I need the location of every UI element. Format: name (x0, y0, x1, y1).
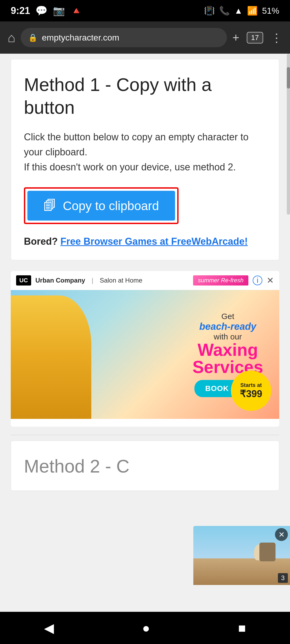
video-count-badge: 3 (278, 573, 288, 583)
nav-bar: ◀ ● ■ (0, 612, 290, 644)
ad-price-badge: Starts at ₹399 (231, 371, 271, 411)
scrollbar[interactable] (287, 54, 290, 215)
ad-get-text: Get (193, 312, 263, 321)
ad-price-text: ₹399 (240, 388, 262, 400)
copy-button-label: Copy to clipboard (63, 199, 159, 213)
ad-with-text: with our (193, 332, 263, 341)
ad-brand: Urban Company (35, 277, 85, 284)
video-bag (259, 543, 276, 561)
method2-title: Method 2 - C (24, 455, 266, 478)
ad-woman-image (11, 295, 91, 419)
ad-close-button[interactable]: ✕ (267, 275, 274, 286)
url-text: emptycharacter.com (42, 33, 119, 43)
video-close-icon: ✕ (278, 530, 285, 539)
ad-controls: summer Re-fresh i ✕ (193, 275, 274, 286)
status-left: 9:21 💬 📷 🔺 (11, 5, 82, 16)
time: 9:21 (11, 5, 30, 16)
scrollbar-thumb[interactable] (287, 67, 290, 89)
ad-starts-text: Starts at (240, 382, 262, 388)
instagram-icon: 📷 (53, 5, 65, 16)
bored-link-text: Free Browser Games at FreeWebArcade! (60, 236, 248, 247)
copy-to-clipboard-button[interactable]: 🗐 Copy to clipboard (27, 191, 175, 221)
address-bar[interactable]: 🔒 emptycharacter.com (21, 28, 227, 47)
ad-body[interactable]: Get beach-ready with our Waxing Services… (11, 290, 279, 419)
browser-home-icon[interactable]: ⌂ (8, 30, 15, 45)
method1-card: Method 1 - Copy with a button Click the … (11, 59, 279, 260)
uc-logo: UC (16, 275, 31, 286)
vibrate-icon: 📳 (204, 6, 215, 16)
status-right: 📳 📞 ▲ 📶 51% (204, 6, 279, 16)
add-tab-icon[interactable]: + (232, 31, 239, 44)
back-button[interactable]: ◀ (44, 620, 54, 635)
video-close-button[interactable]: ✕ (275, 528, 288, 541)
menu-icon[interactable]: ⋮ (271, 31, 282, 45)
ad-waxing-text: Waxing (193, 341, 263, 358)
recent-apps-button[interactable]: ■ (238, 621, 246, 635)
method1-title: Method 1 - Copy with a button (24, 73, 266, 119)
whatsapp-icon: 💬 (35, 5, 48, 16)
method2-title-text: Method 2 - C (24, 456, 129, 476)
wifi-icon: ▲ (234, 6, 243, 16)
advertisement: UC Urban Company | Salon at Home summer … (11, 271, 279, 427)
ad-info-icon[interactable]: i (253, 276, 262, 285)
home-button[interactable]: ● (142, 621, 150, 635)
copy-button-highlight: 🗐 Copy to clipboard (24, 187, 179, 224)
call-icon: 📞 (219, 6, 230, 16)
lock-icon: 🔒 (28, 33, 38, 42)
alert-icon: 🔺 (70, 5, 82, 16)
bored-prefix: Bored? (24, 236, 58, 247)
floating-video: ✕ 3 (193, 526, 290, 585)
clipboard-icon: 🗐 (44, 198, 56, 213)
ad-logo-area: UC Urban Company | Salon at Home (16, 275, 142, 286)
separator (11, 435, 279, 435)
page-content: Method 1 - Copy with a button Click the … (0, 54, 290, 496)
ad-refresh-badge: summer Re-fresh (193, 275, 248, 286)
ad-beach-text: beach-ready (193, 321, 263, 332)
signal-icon: 📶 (247, 6, 258, 16)
method1-description: Click the button below to copy an empty … (24, 130, 266, 174)
battery: 51% (262, 6, 279, 16)
status-bar: 9:21 💬 📷 🔺 📳 📞 ▲ 📶 51% (0, 0, 290, 21)
browser-actions: + 17 ⋮ (232, 31, 282, 45)
ad-service: Salon at Home (100, 277, 142, 284)
ad-header: UC Urban Company | Salon at Home summer … (11, 271, 279, 290)
method2-card: Method 2 - C (11, 441, 279, 491)
freewebarcade-link[interactable]: Free Browser Games at FreeWebArcade! (60, 236, 248, 247)
browser-bar: ⌂ 🔒 emptycharacter.com + 17 ⋮ (0, 21, 290, 54)
tabs-badge[interactable]: 17 (247, 32, 263, 43)
bored-text: Bored? Free Browser Games at FreeWebArca… (24, 236, 266, 247)
